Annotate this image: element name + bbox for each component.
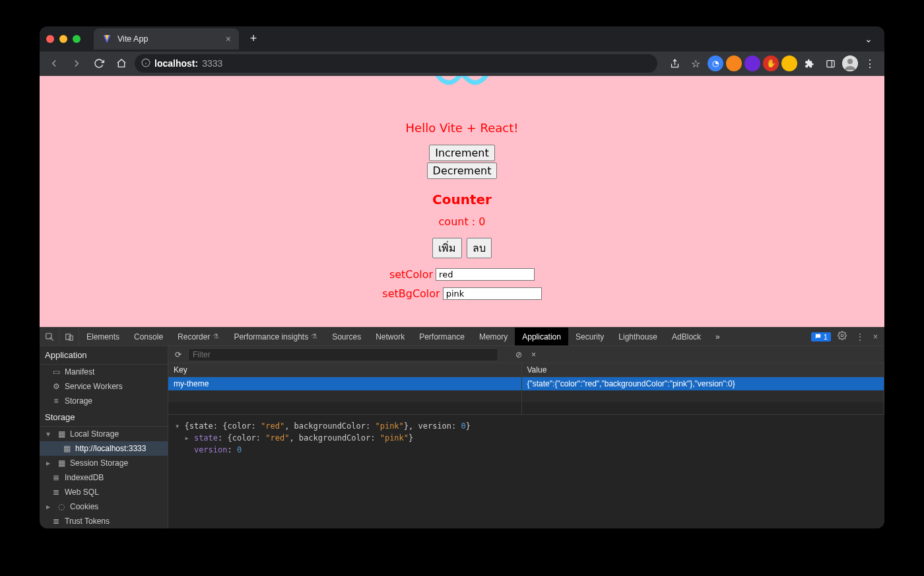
extension-icon-metamask[interactable] — [726, 55, 742, 71]
devtools-kebab-icon[interactable]: ⋮ — [853, 332, 867, 342]
tabs-overflow-icon[interactable]: » — [708, 328, 727, 345]
inspect-element-icon[interactable] — [40, 328, 59, 345]
cell-key: my-theme — [168, 377, 521, 391]
counter-heading: Counter — [40, 192, 884, 207]
url-host: localhost: — [154, 58, 198, 69]
sidebar-item-cookies[interactable]: ▸ ◌ Cookies — [40, 499, 168, 514]
svg-point-8 — [847, 59, 853, 64]
tab-console[interactable]: Console — [127, 328, 170, 345]
setcolor-row: setColor — [40, 268, 884, 281]
sidebar-heading-application: Application — [40, 346, 168, 365]
issues-count: 1 — [824, 333, 828, 341]
sidebar-item-trust-tokens[interactable]: ≣ Trust Tokens — [40, 514, 168, 528]
tab-security[interactable]: Security — [568, 328, 611, 345]
add-button[interactable]: เพิ่ม — [432, 238, 462, 258]
close-tab-icon[interactable]: × — [226, 34, 231, 44]
devtools-close-icon[interactable]: × — [871, 332, 880, 342]
svg-rect-5 — [826, 60, 834, 67]
browser-window: Vite App × + ⌄ localhost:3333 — [40, 26, 884, 528]
gear-icon: ⚙ — [51, 382, 61, 391]
site-info-icon[interactable] — [141, 58, 150, 69]
sidebar-item-session-storage[interactable]: ▸ ▦ Session Storage — [40, 456, 168, 470]
svg-rect-10 — [65, 334, 70, 339]
bookmark-star-icon[interactable]: ☆ — [686, 54, 705, 73]
side-panel-icon[interactable] — [821, 54, 840, 73]
filter-input[interactable] — [188, 348, 498, 361]
share-icon[interactable] — [665, 54, 684, 73]
table-row[interactable]: my-theme {"state":{"color":"red","backgr… — [168, 377, 884, 391]
tab-perf-insights[interactable]: Performance insights⚗ — [226, 328, 325, 345]
experiment-icon: ⚗ — [213, 332, 219, 341]
react-logo-fragment — [432, 76, 492, 92]
tab-lighthouse[interactable]: Lighthouse — [611, 328, 665, 345]
sidebar-item-local-storage[interactable]: ▾ ▦ Local Storage — [40, 427, 168, 441]
reload-button[interactable] — [90, 54, 108, 73]
chevron-down-icon[interactable]: ⌄ — [859, 31, 878, 47]
storage-toolbar: ⟳ ⊘ × — [168, 346, 884, 363]
device-toolbar-icon[interactable] — [59, 328, 79, 345]
tab-memory[interactable]: Memory — [472, 328, 515, 345]
setcolor-label: setColor — [389, 268, 433, 281]
address-bar[interactable]: localhost:3333 — [135, 54, 657, 73]
tab-sources[interactable]: Sources — [325, 328, 368, 345]
forward-button[interactable] — [67, 54, 86, 73]
home-button[interactable] — [112, 54, 131, 73]
disclosure-triangle-icon[interactable]: ▸ — [46, 502, 53, 511]
increment-button[interactable]: Increment — [429, 145, 495, 161]
tab-network[interactable]: Network — [368, 328, 412, 345]
tab-recorder[interactable]: Recorder⚗ — [170, 328, 226, 345]
disclosure-triangle-icon[interactable]: ▾ — [46, 429, 53, 439]
cookie-icon: ◌ — [57, 502, 66, 511]
devtools-sidebar: Application ▭ Manifest ⚙ Service Workers… — [40, 346, 168, 528]
devtools-settings-icon[interactable] — [835, 331, 849, 342]
profile-avatar[interactable] — [842, 55, 858, 71]
extension-icon-1[interactable]: ◔ — [708, 55, 723, 71]
browser-tab[interactable]: Vite App × — [94, 28, 239, 50]
close-window-button[interactable] — [46, 35, 54, 43]
disclosure-triangle-icon[interactable]: ▸ — [46, 458, 53, 468]
tab-performance[interactable]: Performance — [412, 328, 472, 345]
extension-icon-3[interactable] — [744, 55, 760, 71]
titlebar: Vite App × + ⌄ — [40, 26, 884, 52]
col-value[interactable]: Value — [521, 363, 884, 377]
svg-point-12 — [841, 334, 843, 337]
database-icon: ≡ — [51, 396, 61, 406]
setbgcolor-row: setBgColor — [40, 287, 884, 300]
sidebar-heading-storage: Storage — [40, 408, 168, 427]
clear-all-icon[interactable]: ⊘ — [513, 350, 525, 359]
extension-icon-5[interactable] — [781, 55, 797, 71]
urlbar: localhost:3333 ☆ ◔ ✋ ⋮ — [40, 52, 884, 77]
setbgcolor-input[interactable] — [443, 287, 542, 300]
col-key[interactable]: Key — [168, 363, 521, 377]
tab-elements[interactable]: Elements — [79, 328, 127, 345]
sidebar-item-manifest[interactable]: ▭ Manifest — [40, 365, 168, 379]
sidebar-item-localstorage-origin[interactable]: ▦ http://localhost:3333 — [40, 441, 168, 456]
delete-selected-icon[interactable]: × — [529, 350, 539, 359]
minimize-window-button[interactable] — [59, 35, 67, 43]
issues-badge[interactable]: 1 — [811, 332, 831, 342]
localstorage-table: Key Value my-theme {"state":{"color":"re… — [168, 363, 884, 414]
sidebar-item-websql[interactable]: ≣ Web SQL — [40, 485, 168, 499]
refresh-icon[interactable]: ⟳ — [172, 350, 184, 359]
database-icon: ≣ — [51, 487, 61, 497]
delete-button[interactable]: ลบ — [467, 238, 492, 258]
extension-icon-ublock[interactable]: ✋ — [763, 55, 779, 71]
sidebar-item-indexeddb[interactable]: ≣ IndexedDB — [40, 470, 168, 485]
grid-icon: ▦ — [57, 429, 66, 439]
sidebar-item-storage-overview[interactable]: ≡ Storage — [40, 394, 168, 408]
sidebar-item-service-workers[interactable]: ⚙ Service Workers — [40, 379, 168, 394]
decrement-button[interactable]: Decrement — [427, 162, 498, 179]
devtools-tabbar: Elements Console Recorder⚗ Performance i… — [40, 328, 884, 346]
count-value: count : 0 — [40, 215, 884, 228]
maximize-window-button[interactable] — [73, 35, 81, 43]
setcolor-input[interactable] — [436, 268, 535, 281]
extensions-menu-icon[interactable] — [800, 54, 818, 73]
grid-icon: ▦ — [62, 444, 71, 453]
new-tab-button[interactable]: + — [244, 32, 263, 46]
vite-favicon — [102, 34, 112, 44]
kebab-menu-icon[interactable]: ⋮ — [861, 54, 879, 73]
tab-application[interactable]: Application — [515, 328, 568, 345]
back-button[interactable] — [45, 54, 63, 73]
setbgcolor-label: setBgColor — [382, 287, 440, 300]
tab-adblock[interactable]: AdBlock — [665, 328, 708, 345]
